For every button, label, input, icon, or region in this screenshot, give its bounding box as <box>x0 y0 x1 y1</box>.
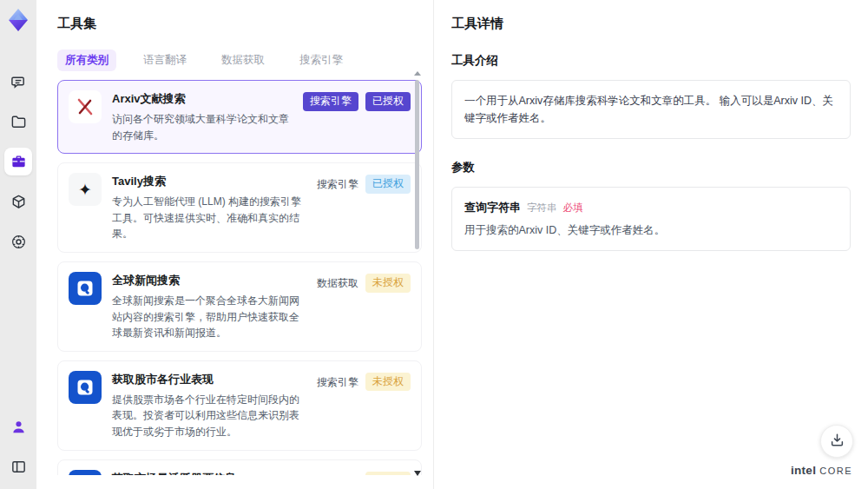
tab-data-acquisition[interactable]: 数据获取 <box>214 50 273 71</box>
params-heading: 参数 <box>451 160 851 175</box>
page-title: 工具集 <box>57 16 422 32</box>
scroll-up-icon[interactable] <box>414 71 421 76</box>
chat-icon <box>10 74 27 90</box>
intro-text: 一个用于从Arxiv存储库搜索科学论文和文章的工具。 输入可以是Arxiv ID… <box>451 80 851 139</box>
sidebar-item-tools[interactable] <box>4 148 32 175</box>
tool-auth-badge: 未授权 <box>365 472 411 475</box>
sidebar-item-account[interactable] <box>4 413 32 440</box>
tool-list: Arxiv文献搜索 访问各个研究领域大量科学论文和文章的存储库。 搜索引擎 已授… <box>57 80 422 475</box>
folder-icon <box>10 114 27 130</box>
tool-name: Arxiv文献搜索 <box>112 91 293 107</box>
sidebar-item-settings[interactable] <box>4 228 32 255</box>
detail-title: 工具详情 <box>451 16 851 32</box>
tool-name: 获取股市各行业表现 <box>112 372 306 387</box>
user-icon <box>10 419 27 435</box>
tool-card[interactable]: 全球新闻搜索 全球新闻搜索是一个聚合全球各大新闻网站内容的搜索引擎，帮助用户快速… <box>57 261 422 352</box>
tab-search-engine[interactable]: 搜索引擎 <box>292 50 351 71</box>
tool-description: 专为人工智能代理 (LLM) 构建的搜索引擎工具。可快速提供实时、准确和真实的结… <box>112 194 306 242</box>
tool-category-badge: 搜索引擎 <box>303 92 358 111</box>
tool-description: 提供股票市场各个行业在特定时间段内的表现。投资者可以利用这些信息来识别表现优于或… <box>112 392 306 440</box>
tool-auth-badge: 未授权 <box>365 274 411 293</box>
sidebar-item-chat[interactable] <box>4 68 32 96</box>
parameter-description: 用于搜索的Arxiv ID、关键字或作者姓名。 <box>464 223 838 238</box>
tool-card[interactable]: 获取股市各行业表现 提供股票市场各个行业在特定时间段内的表现。投资者可以利用这些… <box>57 360 422 451</box>
sidebar-rail <box>0 0 36 489</box>
tool-description: 访问各个研究领域大量科学论文和文章的存储库。 <box>112 111 293 143</box>
cube-icon <box>10 194 27 210</box>
q-search-icon <box>69 470 102 475</box>
sidebar-item-models[interactable] <box>4 188 32 215</box>
tool-auth-badge: 未授权 <box>365 373 411 392</box>
category-tabs: 所有类别 语言翻译 数据获取 搜索引擎 <box>57 50 422 71</box>
tool-category-badge: 搜索引擎 <box>317 373 358 393</box>
download-button[interactable] <box>820 425 853 458</box>
tool-auth-badge: 已授权 <box>365 92 411 111</box>
app-window: 工具集 所有类别 语言翻译 数据获取 搜索引擎 Arxiv文献搜索 访问各个研究… <box>0 0 868 489</box>
app-logo-icon <box>5 7 31 33</box>
star-icon: ✦ <box>69 173 102 206</box>
scrollbar-thumb[interactable] <box>415 80 419 249</box>
brand-primary: intel <box>791 464 816 477</box>
intro-heading: 工具介绍 <box>451 53 851 69</box>
q-search-icon <box>69 272 102 305</box>
scroll-down-icon[interactable] <box>414 471 421 476</box>
parameter-item: 查询字符串 字符串 必填 用于搜索的Arxiv ID、关键字或作者姓名。 <box>451 187 851 251</box>
tool-name: Tavily搜索 <box>112 174 306 189</box>
parameter-required-badge: 必填 <box>563 202 583 215</box>
intel-core-logo: intel CORE <box>791 464 852 477</box>
tool-auth-badge: 已授权 <box>365 175 411 194</box>
tool-detail-panel: 工具详情 工具介绍 一个用于从Arxiv存储库搜索科学论文和文章的工具。 输入可… <box>434 0 868 489</box>
gear-icon <box>10 234 27 250</box>
tool-category-badge: 搜索引擎 <box>317 472 358 475</box>
tool-name: 全球新闻搜索 <box>112 273 306 288</box>
tool-description: 全球新闻搜索是一个聚合全球各大新闻网站内容的搜索引擎，帮助用户快速获取全球最新资… <box>112 293 306 341</box>
briefcase-icon <box>10 154 27 170</box>
arxiv-icon <box>69 90 102 123</box>
parameter-name: 查询字符串 <box>464 200 521 215</box>
tool-name: 获取市场最活跃股票信息 <box>112 471 306 475</box>
list-scrollbar[interactable] <box>415 76 420 478</box>
parameter-header: 查询字符串 字符串 必填 <box>464 200 838 215</box>
tool-list-panel: 工具集 所有类别 语言翻译 数据获取 搜索引擎 Arxiv文献搜索 访问各个研究… <box>36 0 434 489</box>
tool-card[interactable]: ✦ Tavily搜索 专为人工智能代理 (LLM) 构建的搜索引擎工具。可快速提… <box>57 162 422 253</box>
panel-toggle-icon <box>10 459 27 475</box>
tool-category-badge: 数据获取 <box>317 274 358 294</box>
sidebar-item-files[interactable] <box>4 108 32 135</box>
download-icon <box>830 433 845 451</box>
tool-card[interactable]: 获取市场最活跃股票信息 提供当天交易量最高的股票列表，投资者可以利用这些信息来识… <box>57 459 422 475</box>
tool-category-badge: 搜索引擎 <box>317 175 358 195</box>
tool-card[interactable]: Arxiv文献搜索 访问各个研究领域大量科学论文和文章的存储库。 搜索引擎 已授… <box>57 80 422 154</box>
sidebar-item-panel-toggle[interactable] <box>4 453 32 480</box>
tab-all-categories[interactable]: 所有类别 <box>57 50 116 71</box>
parameter-type: 字符串 <box>527 202 557 215</box>
tab-language-translation[interactable]: 语言翻译 <box>135 50 194 71</box>
brand-secondary: CORE <box>819 466 852 476</box>
q-search-icon <box>69 371 102 404</box>
